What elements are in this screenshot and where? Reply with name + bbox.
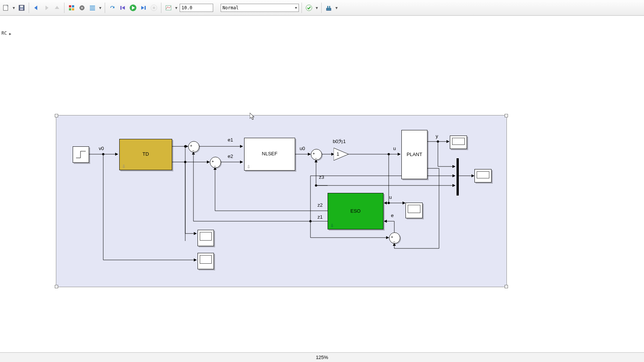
sum-block-e1[interactable]: + − (188, 141, 199, 152)
step-block[interactable] (73, 146, 89, 163)
svg-rect-15 (145, 6, 146, 10)
model-explorer-button[interactable] (88, 3, 97, 12)
advisor-ok-button[interactable] (304, 3, 313, 12)
svg-rect-17 (153, 7, 155, 9)
save-button[interactable] (17, 3, 26, 12)
library-browser-button[interactable] (67, 3, 76, 12)
td-label: TD (120, 151, 172, 157)
svg-rect-4 (69, 5, 71, 7)
gain-block[interactable]: 1 (334, 148, 348, 161)
chevron-down-icon: ▼ (295, 6, 297, 10)
advisor-dropdown[interactable]: ▾ (315, 5, 319, 10)
plus-sign: + (190, 144, 192, 148)
svg-rect-2 (20, 6, 23, 7)
forward-button[interactable] (42, 3, 51, 12)
breadcrumb-bar: RC ▶ (0, 15, 644, 37)
build-button[interactable] (324, 3, 333, 12)
update-diagram-button[interactable] (108, 3, 117, 12)
step-forward-button[interactable] (139, 3, 148, 12)
eso-block[interactable]: ESO ⇩ (328, 193, 383, 229)
scope-mux[interactable] (474, 169, 492, 182)
diagram-canvas[interactable]: TD ⇩ + − + − NLSEF ⇩ + − 1 PLANT ESO ⇩ +… (0, 36, 644, 353)
signal-label-b0: b0为1 (333, 138, 346, 145)
signal-label-e2: e2 (228, 153, 233, 159)
sum-block-e[interactable]: + − (389, 232, 400, 244)
main-toolbar: ▾ ▾ ▾ Normal ▼ ▾ (0, 0, 644, 16)
model-explorer-dropdown[interactable]: ▾ (98, 5, 102, 10)
chevron-right-icon: ▶ (9, 32, 11, 36)
svg-rect-10 (90, 6, 95, 7)
svg-rect-7 (72, 8, 74, 10)
subsystem-arrow-icon: ⇩ (247, 164, 250, 169)
svg-rect-5 (72, 5, 74, 7)
signal-label-z2: z2 (318, 202, 323, 208)
signal-label-z3: z3 (319, 174, 324, 180)
simulation-mode-value: Normal (222, 5, 239, 10)
minus-sign: − (393, 240, 395, 244)
svg-rect-3 (20, 8, 23, 10)
mux-block[interactable] (457, 158, 459, 196)
status-bar: 125% (0, 352, 644, 362)
separator (302, 3, 302, 13)
wire-layer (0, 36, 644, 360)
eso-label: ESO (328, 208, 383, 214)
step-icon (73, 147, 89, 162)
signal-label-u2: u (389, 194, 392, 200)
signal-label-u0: u0 (300, 146, 305, 151)
svg-rect-21 (327, 6, 328, 8)
svg-rect-12 (90, 9, 95, 10)
scope-u[interactable] (405, 203, 423, 218)
signal-label-y: y (436, 133, 438, 139)
sum-block-e2[interactable]: + − (210, 157, 221, 168)
svg-rect-20 (326, 8, 331, 10)
plant-block[interactable]: PLANT (401, 130, 427, 179)
svg-rect-18 (166, 6, 171, 10)
simulation-mode-select[interactable]: Normal ▼ (221, 4, 299, 12)
stop-time-input[interactable] (180, 4, 213, 12)
plus-sign: + (212, 159, 214, 163)
back-button[interactable] (32, 3, 41, 12)
plus-sign: + (313, 152, 315, 156)
separator (321, 3, 322, 13)
separator (64, 3, 64, 13)
svg-rect-6 (69, 8, 71, 10)
svg-point-19 (306, 5, 312, 11)
svg-point-9 (81, 7, 83, 9)
signal-label-u: u (393, 146, 396, 151)
new-model-dropdown[interactable]: ▾ (12, 5, 16, 10)
sum-block-u0[interactable]: + − (311, 149, 322, 160)
separator (29, 3, 29, 13)
subsystem-arrow-icon: ⇩ (122, 164, 126, 169)
scope-v0[interactable] (198, 253, 214, 269)
breadcrumb-root[interactable]: RC (1, 31, 7, 36)
svg-marker-31 (334, 148, 348, 161)
signal-label-z1: z1 (318, 214, 323, 220)
separator (105, 3, 105, 13)
plant-label: PLANT (402, 152, 427, 157)
stop-button[interactable] (149, 3, 158, 12)
zoom-level[interactable]: 125% (316, 355, 328, 360)
minus-sign: − (192, 149, 195, 153)
record-button[interactable] (164, 3, 173, 12)
step-back-button[interactable] (118, 3, 127, 12)
run-button[interactable] (129, 3, 138, 12)
new-model-button[interactable] (1, 3, 10, 12)
scope-td-outputs[interactable] (198, 230, 214, 246)
signal-label-v0: v0 (99, 146, 104, 151)
scope-y[interactable] (450, 136, 467, 149)
model-config-button[interactable] (78, 3, 86, 12)
gain-value: 1 (337, 151, 339, 157)
td-block[interactable]: TD ⇩ (119, 139, 172, 170)
svg-rect-11 (90, 7, 95, 9)
signal-label-e1: e1 (228, 137, 233, 143)
nlsef-block[interactable]: NLSEF ⇩ (244, 138, 295, 171)
subsystem-arrow-icon: ⇩ (330, 223, 334, 228)
separator (161, 3, 161, 13)
up-button[interactable] (53, 3, 61, 12)
minus-sign: − (214, 164, 216, 168)
svg-rect-13 (120, 6, 121, 10)
build-dropdown[interactable]: ▾ (335, 5, 338, 10)
record-dropdown[interactable]: ▾ (174, 5, 178, 10)
signal-label-e: e (391, 213, 394, 218)
nlsef-label: NLSEF (244, 151, 295, 156)
